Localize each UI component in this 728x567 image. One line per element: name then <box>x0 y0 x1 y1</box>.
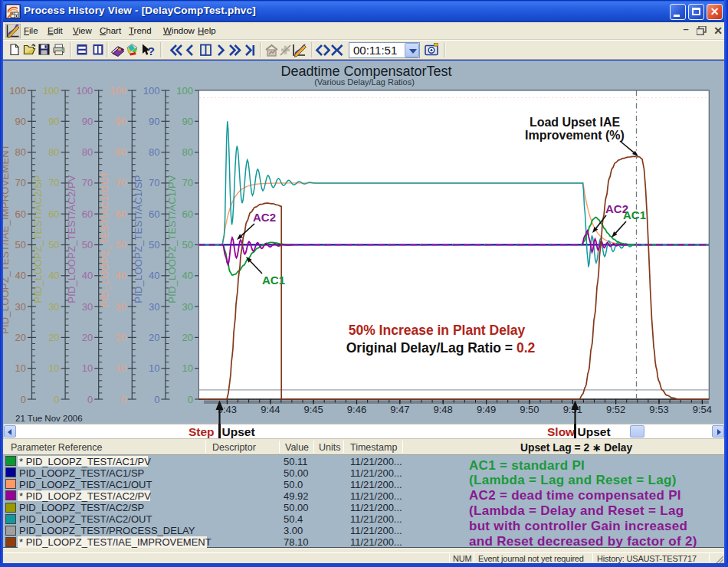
svg-text:20: 20 <box>115 332 126 343</box>
svg-text:60: 60 <box>15 208 26 220</box>
svg-text:AC1: AC1 <box>623 208 646 221</box>
svg-text:40: 40 <box>48 270 59 281</box>
svg-text:PID_LOOPZ_TEST/AC1/SP: PID_LOOPZ_TEST/AC1/SP <box>133 175 144 303</box>
svg-text:10: 10 <box>149 362 159 374</box>
svg-text:80: 80 <box>182 146 193 158</box>
svg-text:60: 60 <box>115 208 126 220</box>
svg-text:PID_LOOPZ_TEST/AC2/PV: PID_LOOPZ_TEST/AC2/PV <box>66 175 77 303</box>
svg-text:Load Upset IAE: Load Upset IAE <box>530 116 621 129</box>
svg-text:PID_LOOPZ_TEST/AC2/SP: PID_LOOPZ_TEST/AC2/SP <box>32 175 44 303</box>
svg-text:20: 20 <box>48 332 59 343</box>
svg-text:80: 80 <box>48 146 59 158</box>
svg-text:0: 0 <box>87 394 93 405</box>
svg-text:9:53: 9:53 <box>649 404 668 415</box>
svg-text:0: 0 <box>188 394 193 405</box>
svg-text:60: 60 <box>182 208 193 220</box>
svg-text:20: 20 <box>82 332 93 343</box>
svg-text:40: 40 <box>82 270 93 281</box>
svg-text:PID_LOOPZ_TEST/AC1/PV: PID_LOOPZ_TEST/AC1/PV <box>166 175 178 303</box>
svg-text:30: 30 <box>48 301 59 313</box>
svg-text:90: 90 <box>15 116 26 127</box>
svg-text:30: 30 <box>149 301 159 313</box>
svg-text:100: 100 <box>143 85 160 97</box>
svg-text:70: 70 <box>149 177 159 188</box>
svg-text:100: 100 <box>9 85 26 97</box>
svg-text:90: 90 <box>115 116 126 127</box>
svg-text:50: 50 <box>48 239 59 251</box>
svg-text:70: 70 <box>15 177 26 188</box>
svg-text:10: 10 <box>15 362 26 374</box>
svg-text:0: 0 <box>154 394 159 405</box>
svg-text:9:49: 9:49 <box>477 404 496 415</box>
svg-text:100: 100 <box>43 85 60 97</box>
svg-text:9:50: 9:50 <box>520 404 539 415</box>
svg-text:50: 50 <box>115 239 126 251</box>
svg-text:10: 10 <box>82 362 93 374</box>
svg-text:50: 50 <box>182 239 193 251</box>
svg-text:80: 80 <box>15 146 26 158</box>
svg-text:100: 100 <box>76 85 93 97</box>
svg-text:PID_LOOPZ_TEST/AC1/OUT: PID_LOOPZ_TEST/AC1/OUT <box>99 171 110 307</box>
svg-text:70: 70 <box>115 177 126 188</box>
svg-text:70: 70 <box>182 177 193 188</box>
svg-text:50% Increase in Plant Delay: 50% Increase in Plant Delay <box>349 323 526 338</box>
svg-text:9:48: 9:48 <box>434 404 453 415</box>
svg-text:80: 80 <box>82 146 93 158</box>
svg-text:10: 10 <box>182 362 193 374</box>
svg-text:80: 80 <box>149 146 159 158</box>
svg-text:60: 60 <box>48 208 59 220</box>
svg-text:0: 0 <box>121 394 126 405</box>
svg-text:?: ? <box>148 44 155 57</box>
svg-text:0: 0 <box>54 394 59 405</box>
svg-text:AC2: AC2 <box>253 211 276 224</box>
svg-text:80: 80 <box>115 146 126 158</box>
svg-text:50: 50 <box>82 239 93 251</box>
svg-text:Improvement (%): Improvement (%) <box>525 129 625 142</box>
svg-text:10: 10 <box>48 362 59 374</box>
svg-text:60: 60 <box>82 208 93 220</box>
svg-text:30: 30 <box>82 301 93 313</box>
svg-text:50: 50 <box>149 239 159 251</box>
svg-text:20: 20 <box>15 332 26 343</box>
svg-text:90: 90 <box>149 116 159 127</box>
svg-text:Original Delay/Lag Ratio = 0.2: Original Delay/Lag Ratio = 0.2 <box>346 340 536 356</box>
svg-text:10: 10 <box>115 362 126 374</box>
svg-text:100: 100 <box>110 85 126 97</box>
svg-text:30: 30 <box>115 301 126 313</box>
svg-text:9:47: 9:47 <box>390 404 409 415</box>
svg-text:40: 40 <box>15 270 26 281</box>
svg-text:70: 70 <box>82 177 93 188</box>
svg-text:9:46: 9:46 <box>347 404 366 415</box>
svg-text:40: 40 <box>115 270 126 281</box>
svg-text:9:54: 9:54 <box>693 404 712 415</box>
svg-text:20: 20 <box>149 332 159 343</box>
svg-text:90: 90 <box>182 116 193 127</box>
svg-text:60: 60 <box>149 208 159 220</box>
svg-text:70: 70 <box>48 177 59 188</box>
svg-text:30: 30 <box>15 301 26 313</box>
svg-text:9:45: 9:45 <box>303 404 323 415</box>
svg-text:9:44: 9:44 <box>261 404 280 415</box>
svg-text:40: 40 <box>149 270 159 281</box>
svg-text:9:52: 9:52 <box>606 404 625 415</box>
svg-text:100: 100 <box>176 85 193 97</box>
svg-text:90: 90 <box>48 116 59 127</box>
svg-text:90: 90 <box>82 116 93 127</box>
svg-text:30: 30 <box>182 301 193 313</box>
svg-text:40: 40 <box>182 270 193 281</box>
svg-text:20: 20 <box>182 332 193 343</box>
svg-text:0: 0 <box>21 394 26 405</box>
svg-text:50: 50 <box>15 239 26 251</box>
svg-text:AC1: AC1 <box>262 274 285 287</box>
